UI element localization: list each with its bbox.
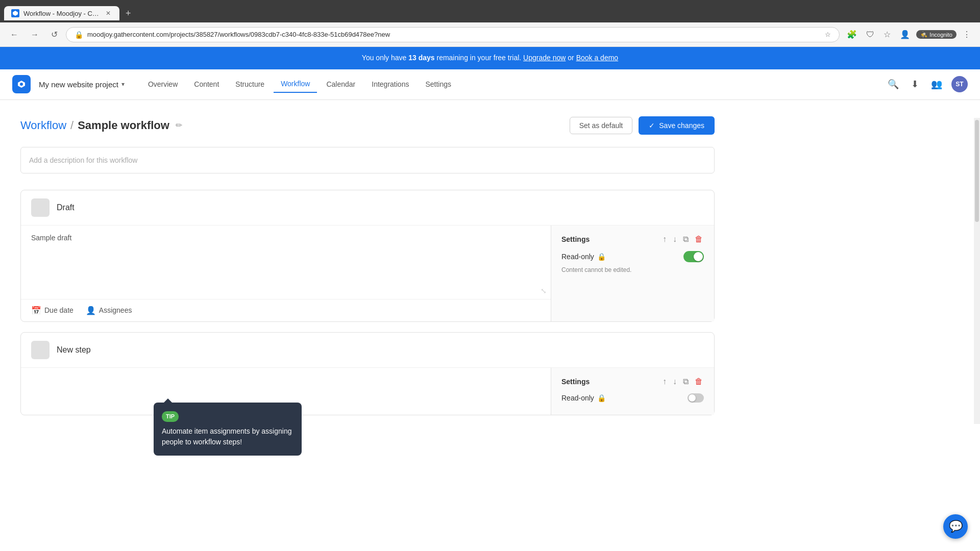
readonly-label: Read-only 🔒: [561, 253, 606, 261]
step-new-name: New step: [57, 345, 91, 355]
settings-panel-header: Settings ↑ ↓ ⧉ 🗑: [561, 234, 704, 245]
step-new-move-up-button[interactable]: ↑: [662, 376, 668, 387]
page-header: Workflow / Sample workflow ✏ Set as defa…: [20, 116, 715, 135]
tooltip-text: Automate item assignments by assigning p…: [162, 426, 293, 447]
check-icon: ✓: [649, 121, 655, 130]
app-header: My new website project ▾ Overview Conten…: [0, 69, 980, 100]
header-actions: 🔍 ⬇ 👥 ST: [885, 76, 968, 93]
chat-button[interactable]: 💬: [943, 514, 968, 539]
assignees-field[interactable]: 👤 Assignees: [86, 306, 132, 315]
refresh-button[interactable]: ↺: [47, 28, 62, 41]
step-new-readonly-toggle[interactable]: [688, 393, 704, 403]
set-default-button[interactable]: Set as default: [570, 117, 633, 134]
star-icon: ☆: [825, 31, 831, 38]
nav-structure[interactable]: Structure: [228, 76, 272, 92]
save-changes-button[interactable]: ✓ Save changes: [639, 116, 715, 135]
toggle-small-knob: [689, 394, 696, 402]
svg-point-0: [20, 83, 23, 86]
url-text: moodjoy.gathercontent.com/projects/38582…: [87, 31, 821, 38]
trial-banner: You only have 13 days remaining in your …: [0, 47, 980, 69]
step-draft-header: Draft: [21, 190, 714, 226]
breadcrumb: Workflow / Sample workflow ✏: [20, 118, 184, 132]
extensions-button[interactable]: 🧩: [844, 28, 860, 41]
readonly-info-icon[interactable]: 🔒: [597, 253, 606, 261]
breadcrumb-separator: /: [70, 119, 74, 132]
active-tab[interactable]: Workflow - Moodjoy - Content ✕: [4, 6, 119, 20]
resize-handle-icon: ⤡: [541, 287, 547, 295]
project-name[interactable]: My new website project ▾: [39, 80, 125, 89]
browser-toolbar: ← → ↺ 🔒 moodjoy.gathercontent.com/projec…: [0, 22, 980, 47]
nav-workflow[interactable]: Workflow: [274, 76, 317, 93]
delete-step-button[interactable]: 🗑: [694, 234, 704, 245]
step-draft-footer: 📅 Due date 👤 Assignees: [21, 299, 551, 321]
nav-overview[interactable]: Overview: [141, 76, 185, 92]
page-actions: Set as default ✓ Save changes: [570, 116, 715, 135]
step-new-header: New step: [21, 333, 714, 368]
due-date-field[interactable]: 📅 Due date: [31, 306, 74, 315]
step-draft-content: Sample draft: [21, 226, 551, 285]
page-content: Workflow / Sample workflow ✏ Set as defa…: [0, 100, 735, 442]
menu-button[interactable]: ⋮: [960, 28, 974, 41]
settings-action-buttons: ↑ ↓ ⧉ 🗑: [662, 234, 704, 245]
scrollbar-thumb[interactable]: [975, 120, 979, 222]
nav-integrations[interactable]: Integrations: [364, 76, 416, 92]
readonly-toggle[interactable]: [683, 251, 704, 262]
workflow-description-field[interactable]: Add a description for this workflow: [20, 147, 715, 173]
new-tab-button[interactable]: +: [121, 6, 135, 21]
search-button[interactable]: 🔍: [885, 76, 902, 93]
app-logo[interactable]: [12, 75, 31, 93]
duplicate-button[interactable]: ⧉: [682, 234, 690, 245]
step-draft-name: Draft: [57, 203, 75, 212]
move-up-button[interactable]: ↑: [662, 234, 668, 245]
back-button[interactable]: ←: [6, 28, 22, 41]
scrollbar-track[interactable]: [974, 118, 980, 424]
user-avatar[interactable]: ST: [951, 76, 968, 92]
download-button[interactable]: ⬇: [908, 76, 922, 93]
tab-favicon: [11, 9, 19, 17]
forward-button[interactable]: →: [27, 28, 43, 41]
nav-content[interactable]: Content: [187, 76, 226, 92]
step-new-duplicate-button[interactable]: ⧉: [682, 376, 690, 387]
toggle-knob: [694, 252, 703, 261]
incognito-badge: 🕵 Incognito: [916, 30, 957, 39]
tooltip-arrow: [164, 398, 172, 403]
main-nav: Overview Content Structure Workflow Cale…: [141, 76, 885, 93]
upgrade-now-link[interactable]: Upgrade now: [523, 54, 566, 62]
step-draft-textarea[interactable]: Sample draft: [31, 234, 541, 274]
project-chevron-icon: ▾: [121, 81, 125, 88]
calendar-icon: 📅: [31, 306, 41, 315]
toolbar-actions: 🧩 🛡 ☆ 👤 🕵 Incognito ⋮: [844, 28, 974, 41]
address-bar[interactable]: 🔒 moodjoy.gathercontent.com/projects/385…: [66, 27, 840, 42]
shield-icon[interactable]: 🛡: [863, 28, 877, 41]
book-demo-link[interactable]: Book a demo: [576, 54, 619, 62]
step-color-picker[interactable]: [31, 198, 50, 217]
tip-badge: TIP: [162, 411, 179, 422]
step-new-readonly-row: Read-only 🔒: [561, 393, 704, 403]
assignees-icon: 👤: [86, 306, 96, 315]
step-new-delete-button[interactable]: 🗑: [694, 376, 704, 387]
step-new-move-down-button[interactable]: ↓: [672, 376, 678, 387]
nav-calendar[interactable]: Calendar: [319, 76, 362, 92]
step-new-action-buttons: ↑ ↓ ⧉ 🗑: [662, 376, 704, 387]
move-down-button[interactable]: ↓: [672, 234, 678, 245]
team-button[interactable]: 👥: [928, 76, 945, 93]
step-new-readonly-info-icon[interactable]: 🔒: [597, 394, 606, 402]
browser-tab-bar: Workflow - Moodjoy - Content ✕ +: [0, 0, 980, 22]
step-new-body: Settings ↑ ↓ ⧉ 🗑 Read-only 🔒: [21, 368, 714, 415]
step-draft-content-area: Sample draft ⤡ 📅 Due date 👤: [21, 226, 551, 321]
breadcrumb-workflow-link[interactable]: Workflow: [20, 119, 66, 132]
page-title: Sample workflow: [78, 119, 169, 132]
step-new-color-picker[interactable]: [31, 341, 50, 359]
tab-close-btn[interactable]: ✕: [104, 9, 112, 17]
profile-button[interactable]: 👤: [897, 28, 913, 41]
bookmark-button[interactable]: ☆: [880, 28, 894, 41]
tab-title: Workflow - Moodjoy - Content: [23, 10, 100, 17]
step-draft-body: Sample draft ⤡ 📅 Due date 👤: [21, 226, 714, 321]
nav-settings[interactable]: Settings: [418, 76, 458, 92]
step-draft-resize: ⤡: [21, 285, 551, 299]
chat-icon: 💬: [949, 520, 963, 533]
edit-title-icon[interactable]: ✏: [174, 118, 184, 132]
step-card-new: New step Settings ↑ ↓ ⧉ 🗑: [20, 332, 715, 415]
step-draft-settings-panel: Settings ↑ ↓ ⧉ 🗑 Read-only 🔒: [551, 226, 714, 321]
step-new-readonly-label: Read-only 🔒: [561, 394, 606, 402]
